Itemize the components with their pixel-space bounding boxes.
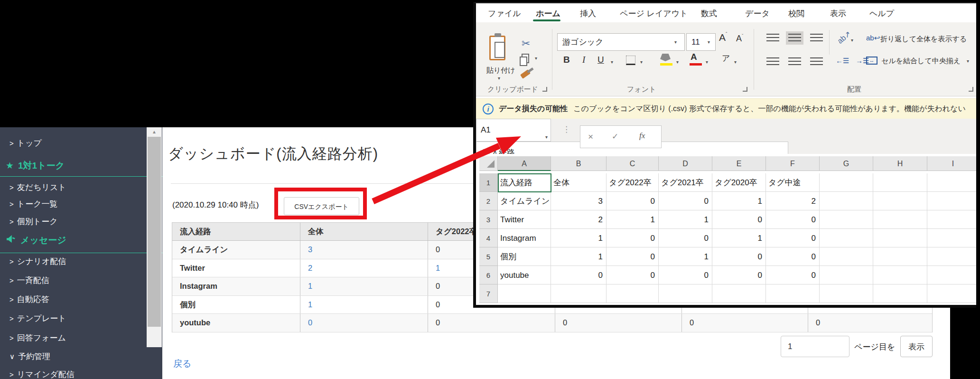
cell-I2[interactable] — [927, 192, 976, 210]
cell-H5[interactable] — [873, 247, 927, 266]
cell-G6[interactable] — [820, 266, 873, 284]
decrease-indent-icon[interactable]: ←☰ — [836, 57, 849, 65]
cell-B2[interactable]: 3 — [551, 192, 607, 210]
cell-H6[interactable] — [873, 266, 927, 284]
cell-B4[interactable]: 1 — [551, 229, 607, 247]
copy-dropdown-icon[interactable]: ▾ — [535, 56, 537, 61]
cell-H4[interactable] — [873, 229, 927, 247]
insert-function-icon[interactable]: fx — [639, 131, 645, 141]
sidebar-item-8[interactable]: >自動応答 — [0, 293, 162, 306]
row-header-7[interactable]: 7 — [479, 284, 498, 303]
row-header-4[interactable]: 4 — [479, 229, 498, 247]
excel-tab-1[interactable]: ホーム — [536, 8, 560, 19]
row-header-5[interactable]: 5 — [479, 247, 498, 266]
sidebar-item-1[interactable]: ★1対1トーク — [0, 159, 162, 172]
cell-I7[interactable] — [927, 284, 976, 303]
copy-icon[interactable] — [522, 54, 529, 63]
cell-H2[interactable] — [873, 192, 927, 210]
row-header-3[interactable]: 3 — [479, 210, 498, 229]
cell-I1[interactable] — [927, 173, 976, 192]
sidebar-item-6[interactable]: >シナリオ配信 — [0, 255, 162, 268]
excel-tab-6[interactable]: 校閲 — [788, 8, 804, 19]
sidebar-item-2[interactable]: >友だちリスト — [0, 181, 162, 194]
clipboard-dialog-launcher-icon[interactable] — [542, 87, 547, 92]
cell-C7[interactable] — [607, 284, 659, 303]
cell-D2[interactable]: 0 — [659, 192, 712, 210]
cell-D4[interactable]: 0 — [659, 229, 712, 247]
cell-D1[interactable]: タグ2021卒 — [659, 173, 712, 192]
cell-I3[interactable] — [927, 210, 976, 229]
cell-B1[interactable]: 全体 — [551, 173, 607, 192]
column-header-H[interactable]: H — [873, 156, 927, 171]
cell-E3[interactable]: 0 — [712, 210, 766, 229]
cell-G5[interactable] — [820, 247, 873, 266]
orientation-icon[interactable]: ab↗ — [836, 29, 853, 46]
cell-E7[interactable] — [712, 284, 766, 303]
cell-C3[interactable]: 1 — [607, 210, 659, 229]
font-dialog-launcher-icon[interactable] — [743, 87, 747, 92]
column-header-A[interactable]: A — [498, 156, 551, 171]
phonetic-dropdown-icon[interactable]: ▾ — [734, 59, 737, 65]
scroll-up-icon[interactable]: ▲ — [147, 127, 162, 137]
font-name-select[interactable]: 游ゴシック — [557, 33, 685, 51]
excel-tab-0[interactable]: ファイル — [488, 8, 521, 19]
align-center-icon[interactable] — [788, 57, 801, 66]
column-header-C[interactable]: C — [607, 156, 659, 171]
underline-button[interactable]: U — [597, 55, 604, 65]
cell-F2[interactable]: 2 — [766, 192, 820, 210]
paste-button-label[interactable]: 貼り付け — [486, 66, 515, 75]
align-top-icon[interactable] — [766, 34, 779, 42]
font-color-dropdown-icon[interactable]: ▾ — [706, 59, 708, 65]
cell-G2[interactable] — [820, 192, 873, 210]
cell-A2[interactable]: タイムライン — [498, 192, 551, 210]
fill-color-dropdown-icon[interactable]: ▾ — [676, 59, 679, 65]
wrap-text-label[interactable]: 折り返して全体を表示する — [880, 35, 967, 44]
cell-F3[interactable]: 0 — [766, 210, 820, 229]
merge-center-label[interactable]: セルを結合して中央揃え — [881, 57, 961, 66]
cut-scissors-icon[interactable]: ✂ — [522, 38, 530, 50]
cell-E6[interactable]: 0 — [712, 266, 766, 284]
merge-dropdown-icon[interactable]: ▾ — [967, 58, 969, 64]
orientation-dropdown-icon[interactable]: ▾ — [851, 38, 853, 43]
cell-I5[interactable] — [927, 247, 976, 266]
sidebar-item-12[interactable]: >リマインダ配信 — [0, 368, 162, 379]
sidebar-item-10[interactable]: >回答フォーム — [0, 332, 162, 345]
underline-dropdown-icon[interactable]: ▾ — [611, 59, 613, 65]
alignment-dialog-launcher-icon[interactable] — [969, 87, 973, 92]
cancel-icon[interactable]: × — [588, 132, 593, 142]
sidebar-item-11[interactable]: ∨予約管理 — [0, 350, 162, 363]
italic-button[interactable]: I — [582, 55, 585, 65]
sidebar-item-0[interactable]: >トップ — [0, 137, 162, 150]
column-header-B[interactable]: B — [551, 156, 607, 171]
back-link[interactable]: 戻る — [173, 358, 191, 370]
cell-G4[interactable] — [820, 229, 873, 247]
cell-F5[interactable]: 0 — [766, 247, 820, 266]
align-bottom-icon[interactable] — [810, 34, 823, 42]
row-header-6[interactable]: 6 — [479, 266, 498, 284]
cell-F7[interactable] — [766, 284, 820, 303]
phonetic-guide-icon[interactable]: ア — [722, 53, 730, 64]
cell-G3[interactable] — [820, 210, 873, 229]
excel-tab-2[interactable]: 挿入 — [580, 8, 596, 19]
borders-dropdown-icon[interactable]: ▾ — [640, 59, 643, 65]
excel-tab-5[interactable]: データ — [745, 8, 770, 19]
cell-F4[interactable]: 0 — [766, 229, 820, 247]
cell-B5[interactable]: 1 — [551, 247, 607, 266]
column-header-E[interactable]: E — [712, 156, 766, 171]
column-header-I[interactable]: I — [927, 156, 976, 171]
cell-D5[interactable]: 1 — [659, 247, 712, 266]
cell-I6[interactable] — [927, 266, 976, 284]
cell-H1[interactable] — [873, 173, 927, 192]
cell-A4[interactable]: Instagram — [498, 229, 551, 247]
sidebar-item-7[interactable]: >一斉配信 — [0, 274, 162, 287]
excel-tab-4[interactable]: 数式 — [701, 8, 717, 19]
align-left-icon[interactable] — [766, 57, 779, 66]
cell-A3[interactable]: Twitter — [498, 210, 551, 229]
page-number-input[interactable] — [781, 336, 849, 357]
show-page-button[interactable]: 表示 — [900, 336, 933, 357]
cell-D3[interactable]: 1 — [659, 210, 712, 229]
font-name-dropdown-icon[interactable]: ▾ — [674, 39, 677, 45]
cell-C5[interactable]: 0 — [607, 247, 659, 266]
enter-icon[interactable]: ✓ — [612, 132, 618, 142]
count-link[interactable]: 0 — [300, 314, 428, 332]
